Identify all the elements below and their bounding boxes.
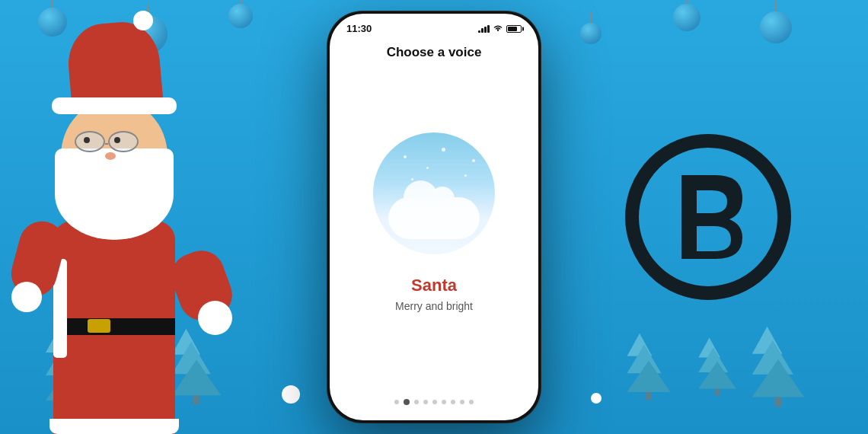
- screen-title: Choose a voice: [387, 45, 482, 60]
- dot-2[interactable]: [414, 400, 419, 404]
- snowball-2: [282, 385, 300, 404]
- status-icons: [478, 24, 522, 34]
- signal-bars-icon: [478, 25, 490, 33]
- ornament-1: [38, 8, 67, 37]
- snow-dot-2: [426, 167, 429, 169]
- dot-6[interactable]: [451, 400, 455, 404]
- app-logo: [624, 133, 792, 301]
- voice-carousel[interactable]: Santa Merry and bright: [330, 60, 538, 399]
- ornament-4: [760, 11, 792, 43]
- voice-name: Santa: [411, 276, 457, 295]
- phone-screen: 11:30: [330, 14, 538, 420]
- signal-bar-4: [487, 25, 490, 33]
- ornament-6: [580, 23, 602, 44]
- dot-4[interactable]: [432, 400, 437, 404]
- dot-3[interactable]: [423, 400, 428, 404]
- dot-7[interactable]: [460, 400, 464, 404]
- ornament-5: [673, 4, 700, 31]
- status-bar: 11:30: [330, 14, 538, 34]
- battery-fill: [508, 27, 517, 31]
- ornament-3: [228, 4, 253, 28]
- dot-5[interactable]: [442, 400, 446, 404]
- status-time: 11:30: [346, 23, 372, 34]
- pagination-dots: [394, 399, 474, 420]
- signal-bar-3: [484, 27, 487, 33]
- dot-8[interactable]: [469, 400, 474, 404]
- tree-5: [698, 337, 736, 395]
- phone-frame: 11:30: [327, 11, 541, 423]
- dot-1[interactable]: [404, 399, 410, 405]
- voice-avatar: [373, 132, 495, 254]
- tree-4: [752, 327, 804, 407]
- santa-figure: [0, 38, 259, 434]
- snow-dot-3: [442, 148, 445, 152]
- battery-icon: [506, 25, 522, 33]
- wifi-icon: [493, 24, 503, 34]
- snow-dot-1: [404, 155, 407, 158]
- tree-6: [627, 333, 671, 400]
- dot-0[interactable]: [394, 400, 399, 404]
- voice-description: Merry and bright: [395, 300, 473, 312]
- snowball-3: [591, 393, 602, 404]
- avatar-cloud: [388, 197, 480, 239]
- snow-dot-4: [464, 174, 467, 177]
- snow-dot-6: [411, 178, 413, 180]
- signal-bar-1: [478, 30, 480, 33]
- signal-bar-2: [481, 28, 483, 33]
- snow-dot-5: [472, 159, 475, 162]
- phone-mockup: 11:30: [327, 11, 541, 423]
